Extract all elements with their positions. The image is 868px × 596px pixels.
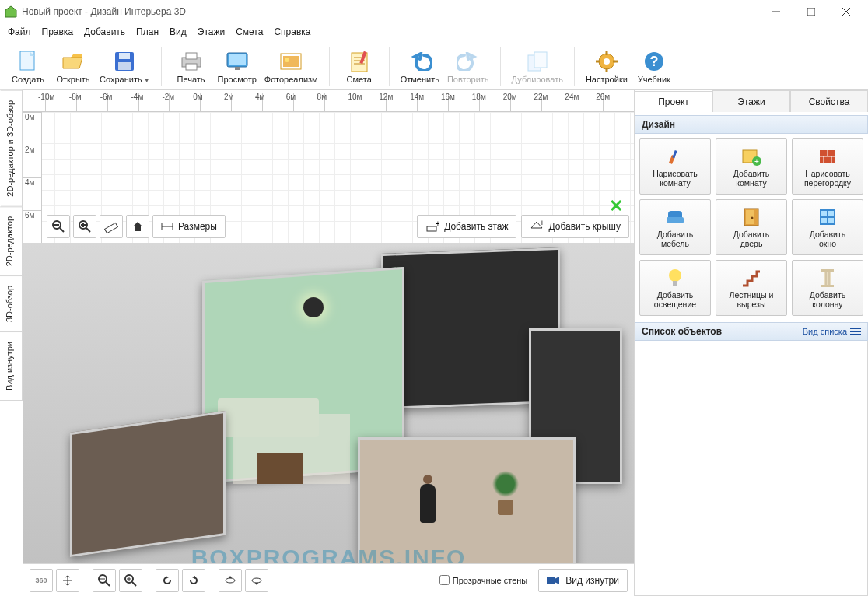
svg-rect-25: [534, 52, 547, 68]
undo-icon: [408, 50, 432, 73]
folder-open-icon: [61, 50, 85, 73]
svg-rect-83: [673, 281, 677, 286]
brick-wall-icon: [817, 145, 838, 167]
print-button[interactable]: Печать: [170, 45, 213, 89]
menu-plan[interactable]: План: [136, 26, 159, 37]
tab-2d-3d[interactable]: 2D-редактор и 3D-обзор: [0, 90, 23, 207]
undo-button[interactable]: Отменить: [397, 45, 443, 89]
window-title: Новый проект - Дизайн Интерьера 3D: [22, 6, 758, 17]
svg-point-59: [226, 578, 235, 583]
left-view-tabs: 2D-редактор и 3D-обзор 2D-редактор 3D-об…: [0, 90, 23, 596]
settings-button[interactable]: Настройки: [583, 45, 631, 89]
svg-line-38: [86, 228, 90, 232]
open-button[interactable]: Открыть: [51, 45, 95, 89]
grid-2d-area[interactable]: 0м 2м 4м 6м ✕ Размеры +Добавить этаж +До…: [23, 112, 634, 243]
center-viewport: -10м -8м -6м -4м -2м 0м 2м 4м 6м 8м 10м …: [23, 90, 635, 596]
svg-marker-58: [192, 576, 195, 579]
measure-button[interactable]: [100, 215, 123, 238]
save-button[interactable]: Сохранить▼: [96, 45, 153, 89]
menu-edit[interactable]: Правка: [42, 26, 74, 37]
origin-marker-icon: ✕: [609, 196, 623, 216]
svg-point-61: [252, 578, 261, 583]
add-window-button[interactable]: Добавитьокно: [792, 199, 863, 255]
zoom-out-3d-button[interactable]: [93, 569, 116, 592]
rotate-left-button[interactable]: [156, 569, 179, 592]
zoom-out-button[interactable]: [47, 215, 70, 238]
tab-properties[interactable]: Свойства: [790, 90, 868, 112]
svg-rect-12: [186, 64, 197, 70]
redo-icon: [457, 50, 480, 73]
manual-button[interactable]: ?Учебник: [632, 45, 676, 89]
add-floor-button[interactable]: +Добавить этаж: [417, 215, 516, 238]
printer-icon: [180, 50, 203, 73]
close-button[interactable]: [828, 1, 863, 23]
maximize-button[interactable]: [793, 1, 828, 23]
add-roof-button[interactable]: +Добавить крышу: [521, 215, 629, 238]
svg-rect-9: [118, 62, 131, 70]
360-button[interactable]: 360: [30, 569, 53, 592]
add-column-button[interactable]: Добавитьколонну: [792, 260, 863, 316]
redo-button[interactable]: Повторить: [444, 45, 492, 89]
tab-floors[interactable]: Этажи: [712, 90, 790, 112]
menu-floors[interactable]: Этажи: [198, 26, 225, 37]
add-furniture-button[interactable]: Добавитьмебель: [639, 199, 711, 255]
menu-file[interactable]: Файл: [8, 26, 31, 37]
svg-rect-2: [807, 8, 815, 16]
tab-project[interactable]: Проект: [635, 91, 712, 113]
zoom-in-button[interactable]: [73, 215, 96, 238]
menu-add[interactable]: Добавить: [84, 26, 125, 37]
armchair-icon: [664, 206, 686, 228]
svg-rect-8: [119, 53, 130, 59]
tilt-up-button[interactable]: [219, 569, 242, 592]
zoom-in-3d-button[interactable]: [119, 569, 142, 592]
svg-marker-57: [166, 576, 169, 579]
svg-line-51: [106, 582, 110, 586]
menu-help[interactable]: Справка: [274, 26, 310, 37]
svg-text:+: +: [540, 220, 544, 227]
add-door-button[interactable]: Добавитьдверь: [716, 199, 787, 255]
svg-point-82: [669, 269, 681, 282]
floorplan-render: [70, 251, 626, 560]
svg-rect-91: [850, 334, 861, 335]
minimize-button[interactable]: [758, 1, 793, 23]
tilt-down-button[interactable]: [245, 569, 268, 592]
view-3d[interactable]: BOXPROGRAMS.INFO 360 Прозрачные стены Ви…: [23, 243, 634, 596]
preview-button[interactable]: Просмотр: [215, 45, 260, 89]
tab-2d[interactable]: 2D-редактор: [0, 206, 23, 276]
view-list-link[interactable]: Вид списка: [803, 327, 861, 336]
object-list-header: Список объектов Вид списка: [635, 322, 868, 341]
svg-rect-65: [672, 150, 677, 158]
add-light-button[interactable]: Добавитьосвещение: [639, 260, 711, 316]
rotate-right-button[interactable]: [182, 569, 205, 592]
ruler-vertical: 0м 2м 4м 6м: [23, 112, 42, 243]
draw-partition-button[interactable]: Нарисоватьперегородку: [792, 138, 863, 195]
transparent-walls-checkbox[interactable]: Прозрачные стены: [439, 575, 527, 585]
object-list[interactable]: [635, 341, 868, 596]
draw-room-button[interactable]: Нарисоватькомнату: [639, 138, 711, 195]
menubar: Файл Правка Добавить План Вид Этажи Смет…: [0, 23, 868, 40]
help-icon: ?: [642, 50, 666, 73]
duplicate-button[interactable]: Дублировать: [509, 45, 566, 89]
svg-rect-89: [850, 328, 861, 329]
tab-inside[interactable]: Вид изнутри: [0, 331, 23, 401]
pan-button[interactable]: [56, 569, 79, 592]
svg-point-78: [751, 216, 754, 219]
photoreal-button[interactable]: Фотореализм: [261, 45, 321, 89]
stairs-cuts-button[interactable]: Лестницы ивырезы: [716, 260, 787, 316]
add-room-button[interactable]: +Добавитькомнату: [716, 138, 787, 195]
app-icon: [5, 5, 17, 18]
svg-rect-75: [667, 217, 684, 223]
sizes-button[interactable]: Размеры: [152, 215, 226, 238]
gear-icon: [595, 50, 618, 73]
ruler-horizontal: -10м -8м -6м -4м -2м 0м 2м 4м 6м 8м 10м …: [23, 90, 634, 112]
tab-3d[interactable]: 3D-обзор: [0, 275, 23, 332]
svg-text:+: +: [436, 220, 439, 228]
menu-estimate[interactable]: Смета: [236, 26, 263, 37]
home-button[interactable]: [126, 215, 149, 238]
estimate-button[interactable]: Смета: [338, 45, 381, 89]
inside-view-button[interactable]: Вид изнутри: [538, 569, 628, 592]
save-icon: [113, 50, 136, 73]
menu-view[interactable]: Вид: [170, 26, 187, 37]
window-icon: [817, 206, 838, 228]
create-button[interactable]: Создать: [6, 45, 50, 89]
